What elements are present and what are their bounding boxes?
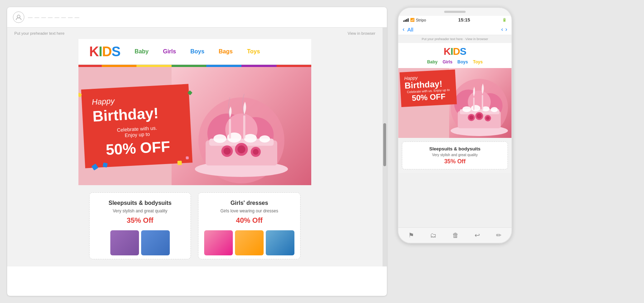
desktop-email-preview: — — — — — — — — Put your preheader text … [7, 7, 387, 296]
logo-i: I [98, 44, 102, 59]
phone-nav-link-toys[interactable]: Toys [473, 59, 482, 64]
signal-bars [403, 18, 409, 22]
svg-point-0 [17, 15, 20, 18]
confetti-3 [187, 90, 192, 95]
phone-pill [444, 11, 466, 13]
email-content-area: Put your preheader text here View in bro… [7, 28, 383, 266]
phone-logo-d: D [453, 46, 460, 57]
phone-nav-bar: ‹ All ‹ › [398, 24, 511, 35]
trash-icon[interactable]: 🗑 [452, 232, 459, 239]
folder-icon[interactable]: 🗂 [430, 232, 437, 239]
email-subject: — — — — — — — — [28, 15, 80, 20]
signal-bar-1 [403, 20, 404, 22]
scrollbar[interactable] [383, 28, 387, 266]
phone-email-scroll: Put your preheader text here · View in b… [398, 35, 511, 227]
hero-section: Happy Birthday! Celebrate with us. Enjoy… [78, 67, 311, 185]
phone-view-in-browser-link[interactable]: View in browser [465, 37, 488, 41]
nav-link-boys[interactable]: Boys [190, 48, 204, 55]
svg-point-13 [224, 148, 231, 155]
email-body-wrapper: Put your preheader text here View in bro… [7, 28, 387, 266]
preheader-text: Put your preheader text here [14, 31, 64, 35]
phone-promo-card: Happy Birthday! Celebrate with us. Enjoy… [400, 69, 457, 107]
confetti-2 [91, 164, 98, 170]
promo-birthday-text: Birthday! [92, 104, 180, 125]
product-img-1b [235, 230, 264, 255]
phone-product-discount: 35% Off [407, 158, 503, 165]
product-img-1a [204, 230, 233, 255]
scrollbar-thumb[interactable] [383, 123, 386, 166]
svg-rect-37 [473, 97, 475, 110]
product-card-1: Girls' dresses Girls love wearing our dr… [198, 192, 301, 259]
phone-logo-s: S [460, 46, 466, 57]
svg-point-34 [477, 114, 482, 119]
kids-logo: KIDS [89, 45, 120, 58]
confetti-6 [177, 161, 182, 165]
all-link[interactable]: All [407, 27, 413, 33]
phone-hero-bg [449, 68, 511, 138]
email-nav-header: KIDS Baby Girls Boys Bags Toys [78, 39, 311, 65]
sender-avatar [13, 11, 24, 23]
product-discount-1: 40% Off [236, 216, 263, 225]
nav-arrows: ‹ › [501, 26, 507, 33]
preheader-bar: Put your preheader text here View in bro… [7, 28, 383, 39]
view-in-browser-link[interactable]: View in browser [348, 31, 375, 35]
cake-svg [184, 69, 299, 183]
reply-icon[interactable]: ↩ [475, 231, 480, 239]
nav-link-girls[interactable]: Girls [163, 48, 176, 55]
confetti-5 [102, 163, 107, 168]
status-left: 📶 Stripo [403, 18, 426, 22]
phone-logo-k: K [444, 46, 451, 57]
logo-k: K [89, 44, 98, 59]
mobile-preview-panel: 📶 Stripo 15:15 🔋 ‹ All ‹ › Put your preh… [394, 7, 516, 296]
back-arrow-icon[interactable]: ‹ [403, 26, 404, 33]
svg-point-10 [244, 134, 257, 143]
svg-point-30 [491, 107, 498, 112]
svg-point-8 [213, 134, 226, 143]
promo-discount-text: 50% OFF [94, 138, 182, 159]
phone-nav: KIDS Baby Girls Boys Toys [398, 43, 511, 68]
svg-point-28 [471, 105, 480, 111]
email-inner: KIDS Baby Girls Boys Bags Toys [78, 39, 311, 266]
hero-overlay: Happy Birthday! Celebrate with us. Enjoy… [78, 67, 195, 185]
signal-bar-2 [405, 20, 406, 22]
phone-product-desc: Very stylish and great quality [407, 153, 503, 157]
product-title-1: Girls' dresses [230, 200, 268, 206]
promo-card: Happy Birthday! Celebrate with us. Enjoy… [81, 84, 192, 168]
svg-point-15 [237, 145, 245, 153]
phone-nav-link-boys[interactable]: Boys [457, 59, 468, 64]
phone-kids-logo: KIDS [444, 47, 466, 57]
prev-email-icon[interactable]: ‹ [501, 26, 503, 33]
svg-rect-38 [482, 95, 483, 110]
nav-links: Baby Girls Boys Bags Toys [135, 48, 260, 55]
svg-rect-18 [229, 119, 231, 139]
product-title-0: Sleepsuits & bodysuits [109, 200, 172, 206]
product-card-0: Sleepsuits & bodysuits Very stylish and … [89, 192, 191, 259]
svg-point-11 [259, 135, 270, 143]
phone-preheader-text: Put your preheader text here [422, 37, 463, 41]
phone-hero: Happy Birthday! Celebrate with us. Enjoy… [398, 68, 511, 138]
signal-bar-3 [406, 19, 407, 22]
phone-nav-link-baby[interactable]: Baby [427, 59, 437, 64]
product-img-0a [110, 230, 139, 255]
flag-icon[interactable]: ⚑ [408, 231, 414, 239]
confetti-1 [78, 92, 82, 97]
product-desc-1: Girls love wearing our dresses [220, 208, 278, 213]
phone-nav-link-girls[interactable]: Girls [443, 59, 452, 64]
phone-top-bar [398, 8, 511, 16]
phone-bottom-toolbar: ⚑ 🗂 🗑 ↩ ✏ [398, 227, 511, 243]
svg-point-27 [462, 106, 471, 112]
nav-link-bags[interactable]: Bags [219, 48, 233, 55]
compose-icon[interactable]: ✏ [496, 231, 501, 239]
next-email-icon[interactable]: › [505, 26, 507, 33]
nav-link-toys[interactable]: Toys [247, 48, 260, 55]
confetti-4 [186, 157, 188, 159]
phone-product-title: Sleepsuits & bodysuits [407, 146, 503, 152]
product-desc-0: Very stylish and great quality [113, 208, 168, 213]
email-client-bar: — — — — — — — — [7, 7, 387, 28]
product-images-0 [110, 230, 170, 255]
battery-icon: 🔋 [502, 18, 506, 22]
phone-frame: 📶 Stripo 15:15 🔋 ‹ All ‹ › Put your preh… [398, 7, 512, 244]
phone-email-inner: KIDS Baby Girls Boys Toys [398, 43, 511, 173]
promo-celebrate-text: Celebrate with us. Enjoy up to [93, 124, 181, 140]
nav-link-baby[interactable]: Baby [135, 48, 149, 55]
